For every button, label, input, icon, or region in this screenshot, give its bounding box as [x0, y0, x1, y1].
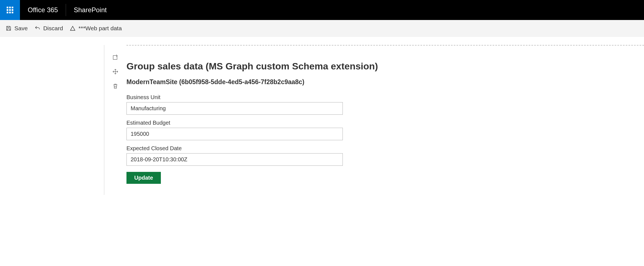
business-unit-label: Business Unit: [126, 94, 627, 101]
brand-label[interactable]: Office 365: [20, 0, 66, 20]
update-button[interactable]: Update: [126, 172, 161, 184]
webpart-data-button[interactable]: ***Web part data: [70, 25, 122, 32]
webpart-data-label: ***Web part data: [78, 25, 122, 32]
undo-icon: [34, 25, 40, 31]
save-button[interactable]: Save: [6, 25, 28, 32]
discard-label: Discard: [43, 25, 63, 32]
field-business-unit: Business Unit: [126, 94, 627, 115]
suite-header: Office 365 SharePoint: [0, 0, 644, 20]
save-label: Save: [14, 25, 28, 32]
business-unit-input[interactable]: [126, 102, 343, 115]
field-expected-closed-date: Expected Closed Date: [126, 145, 627, 166]
webpart-subtitle: ModernTeamSite (6b05f958-5dde-4ed5-a456-…: [126, 78, 627, 86]
webpart-body: Group sales data (MS Graph custom Schema…: [126, 46, 644, 195]
product-label[interactable]: SharePoint: [66, 0, 115, 20]
move-webpart-button[interactable]: [111, 68, 119, 76]
save-icon: [6, 25, 12, 31]
expected-closed-date-label: Expected Closed Date: [126, 145, 627, 152]
move-icon: [112, 68, 119, 75]
webpart-title: Group sales data (MS Graph custom Schema…: [126, 61, 627, 72]
edit-webpart-button[interactable]: [111, 53, 119, 61]
estimated-budget-input[interactable]: [126, 128, 343, 140]
canvas-wrap: Group sales data (MS Graph custom Schema…: [0, 37, 644, 195]
delete-webpart-button[interactable]: [111, 82, 119, 90]
discard-button[interactable]: Discard: [34, 25, 63, 32]
edit-icon: [112, 54, 119, 61]
waffle-icon: [7, 7, 13, 13]
webpart-toolbox: [104, 46, 126, 90]
estimated-budget-label: Estimated Budget: [126, 120, 627, 126]
canvas-section: Group sales data (MS Graph custom Schema…: [104, 46, 644, 195]
field-estimated-budget: Estimated Budget: [126, 120, 627, 140]
app-launcher-button[interactable]: [0, 0, 20, 20]
triangle-icon: [70, 25, 76, 31]
page-canvas: Group sales data (MS Graph custom Schema…: [104, 45, 644, 195]
trash-icon: [112, 83, 119, 89]
expected-closed-date-input[interactable]: [126, 153, 343, 166]
command-bar: Save Discard ***Web part data: [0, 20, 644, 37]
